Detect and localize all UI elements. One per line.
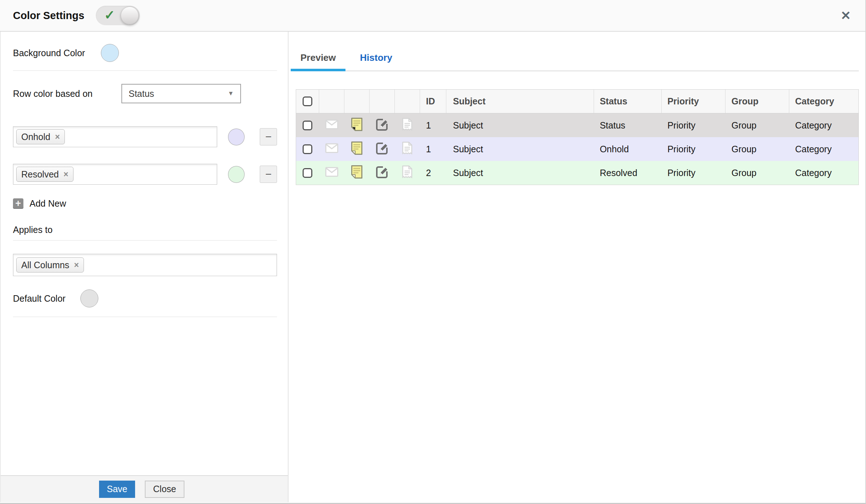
enable-toggle[interactable]: ✓ bbox=[96, 6, 140, 25]
mail-icon bbox=[325, 120, 338, 131]
chevron-down-icon: ▼ bbox=[228, 90, 234, 97]
edit-column-header bbox=[370, 90, 395, 113]
toggle-knob[interactable] bbox=[121, 6, 139, 24]
tab-bar: Preview History bbox=[291, 50, 859, 71]
add-new-label: Add New bbox=[30, 198, 66, 209]
document-icon bbox=[402, 165, 412, 181]
document-icon bbox=[402, 141, 412, 157]
mail-column-header bbox=[319, 90, 344, 113]
edit-icon[interactable] bbox=[376, 141, 389, 157]
close-button[interactable]: Close bbox=[145, 481, 184, 498]
selected-value: Status bbox=[129, 89, 154, 99]
remove-tag-icon[interactable]: × bbox=[63, 170, 68, 179]
col-id: ID bbox=[420, 90, 447, 113]
cell-id: 2 bbox=[420, 161, 447, 185]
cell-category: Category bbox=[789, 161, 858, 185]
row-checkbox[interactable] bbox=[303, 144, 312, 154]
condition-color-swatch[interactable] bbox=[228, 166, 245, 183]
condition-row: Resolved × − bbox=[13, 164, 277, 185]
cell-group: Group bbox=[726, 113, 789, 137]
dialog-header: Color Settings ✓ ✕ bbox=[0, 0, 865, 32]
note-icon[interactable] bbox=[351, 118, 362, 133]
select-all-checkbox[interactable] bbox=[303, 96, 312, 106]
cell-status: Resolved bbox=[594, 161, 662, 185]
preview-table: ID Subject Status Priority Group Categor… bbox=[296, 89, 859, 185]
condition-tag-input[interactable]: Onhold × bbox=[13, 126, 217, 147]
check-icon: ✓ bbox=[104, 8, 115, 23]
col-priority: Priority bbox=[662, 90, 726, 113]
default-color-label: Default Color bbox=[13, 293, 66, 304]
divider bbox=[13, 316, 277, 317]
remove-tag-icon[interactable]: × bbox=[74, 260, 79, 270]
note-icon[interactable] bbox=[351, 165, 362, 181]
row-checkbox[interactable] bbox=[303, 168, 312, 178]
note-column-header bbox=[344, 90, 370, 113]
preview-panel: Preview History ID Subject Status Priori… bbox=[289, 32, 865, 502]
dialog-footer: Save Close bbox=[1, 475, 288, 502]
cell-category: Category bbox=[789, 113, 858, 137]
settings-panel: Background Color Row color based on Stat… bbox=[0, 32, 289, 502]
condition-tag-input[interactable]: Resolved × bbox=[13, 164, 217, 185]
document-column-header bbox=[395, 90, 420, 113]
divider bbox=[13, 240, 277, 241]
mail-icon bbox=[325, 143, 338, 155]
background-color-swatch[interactable] bbox=[101, 44, 119, 62]
document-icon bbox=[402, 118, 412, 133]
table-row: 2 Subject Resolved Priority Group Catego… bbox=[296, 161, 858, 185]
row-checkbox[interactable] bbox=[303, 121, 312, 130]
page-title: Color Settings bbox=[13, 10, 84, 22]
tab-history[interactable]: History bbox=[350, 50, 402, 71]
tag-chip: Resolved × bbox=[16, 167, 73, 182]
minus-icon: − bbox=[265, 168, 272, 180]
applies-to-input[interactable]: All Columns × bbox=[13, 254, 277, 276]
divider bbox=[13, 70, 277, 71]
save-button[interactable]: Save bbox=[99, 481, 135, 498]
cell-subject: Subject bbox=[446, 137, 594, 161]
edit-icon[interactable] bbox=[376, 165, 389, 180]
color-settings-dialog: Color Settings ✓ ✕ Background Color Row … bbox=[0, 0, 866, 504]
default-color-swatch[interactable] bbox=[80, 289, 98, 307]
mail-icon bbox=[325, 167, 338, 179]
tag-chip: Onhold × bbox=[16, 129, 65, 144]
tag-chip-label: Onhold bbox=[21, 132, 50, 142]
cell-id: 1 bbox=[420, 113, 447, 137]
plus-icon: + bbox=[13, 198, 23, 209]
remove-condition-button[interactable]: − bbox=[260, 166, 277, 183]
minus-icon: − bbox=[265, 131, 272, 143]
table-row: 1 Subject Onhold Priority Group Category bbox=[296, 137, 858, 161]
cell-status: Status bbox=[594, 113, 662, 137]
cell-priority: Priority bbox=[662, 113, 726, 137]
remove-tag-icon[interactable]: × bbox=[55, 132, 60, 142]
row-color-based-on-label: Row color based on bbox=[13, 89, 93, 99]
col-group: Group bbox=[726, 90, 789, 113]
cell-id: 1 bbox=[420, 137, 447, 161]
table-row: 1 Subject Status Priority Group Category bbox=[296, 113, 858, 137]
cell-subject: Subject bbox=[446, 161, 594, 185]
cell-subject: Subject bbox=[446, 113, 594, 137]
cell-priority: Priority bbox=[662, 161, 726, 185]
cell-group: Group bbox=[726, 161, 789, 185]
condition-row: Onhold × − bbox=[13, 126, 277, 147]
note-icon[interactable] bbox=[351, 141, 362, 157]
cell-priority: Priority bbox=[662, 137, 726, 161]
cell-category: Category bbox=[789, 137, 858, 161]
col-status: Status bbox=[594, 90, 662, 113]
edit-icon[interactable] bbox=[376, 118, 389, 133]
cell-group: Group bbox=[726, 137, 789, 161]
col-category: Category bbox=[789, 90, 858, 113]
background-color-label: Background Color bbox=[13, 48, 85, 58]
add-new-button[interactable]: + Add New bbox=[13, 198, 277, 209]
cell-status: Onhold bbox=[594, 137, 662, 161]
applies-to-label: Applies to bbox=[13, 225, 277, 235]
tag-chip-label: All Columns bbox=[21, 260, 69, 270]
condition-color-swatch[interactable] bbox=[228, 129, 245, 145]
col-subject: Subject bbox=[446, 90, 594, 113]
close-icon[interactable]: ✕ bbox=[841, 9, 851, 22]
row-color-field-select[interactable]: Status ▼ bbox=[121, 84, 241, 103]
tag-chip-label: Resolved bbox=[21, 169, 59, 180]
remove-condition-button[interactable]: − bbox=[260, 128, 277, 145]
tag-chip: All Columns × bbox=[16, 257, 84, 273]
table-header-row: ID Subject Status Priority Group Categor… bbox=[296, 90, 858, 113]
tab-preview[interactable]: Preview bbox=[291, 50, 345, 71]
